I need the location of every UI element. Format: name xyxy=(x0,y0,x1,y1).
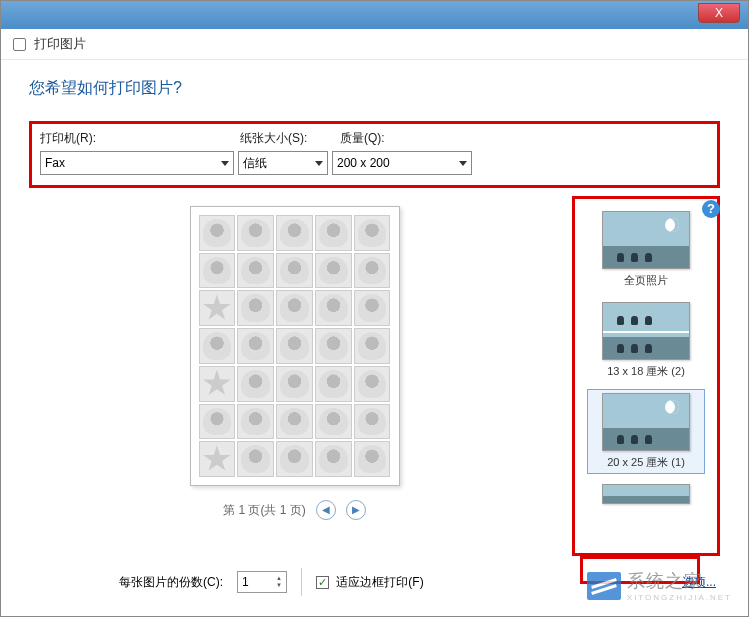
preview-thumb xyxy=(199,404,236,440)
preview-column: 第 1 页(共 1 页) ◀ ▶ xyxy=(29,196,560,556)
paper-value: 信纸 xyxy=(243,155,267,172)
next-page-button[interactable]: ▶ xyxy=(346,500,366,520)
print-settings-highlight: 打印机(R): 纸张大小(S): 质量(Q): Fax 信纸 200 x 200 xyxy=(29,121,720,188)
preview-thumb xyxy=(199,290,236,326)
chevron-down-icon xyxy=(221,161,229,166)
preview-thumb xyxy=(354,290,391,326)
preview-thumb xyxy=(276,404,313,440)
preview-thumb xyxy=(354,366,391,402)
printer-combobox[interactable]: Fax xyxy=(40,151,234,175)
separator xyxy=(301,568,302,596)
page-navigator: 第 1 页(共 1 页) ◀ ▶ xyxy=(29,500,560,520)
watermark: 系统之家 XITONGZHIJIA.NET xyxy=(587,569,732,602)
preview-thumb xyxy=(315,328,352,364)
preview-thumb xyxy=(199,328,236,364)
watermark-text: 系统之家 xyxy=(627,569,732,593)
preview-thumb xyxy=(199,253,236,289)
page-info-text: 第 1 页(共 1 页) xyxy=(223,502,306,519)
preview-thumb xyxy=(315,441,352,477)
copies-value: 1 xyxy=(242,575,249,589)
dialog-header: 打印图片 xyxy=(1,29,748,60)
fit-frame-label: 适应边框打印(F) xyxy=(336,575,423,589)
fit-frame-checkbox[interactable]: ✓ 适应边框打印(F) xyxy=(316,574,424,591)
preview-thumb xyxy=(354,404,391,440)
preview-thumb xyxy=(276,441,313,477)
printer-value: Fax xyxy=(45,156,65,170)
preview-thumb xyxy=(354,253,391,289)
copies-spinner[interactable]: 1 ▲▼ xyxy=(237,571,287,593)
spinner-arrows-icon: ▲▼ xyxy=(276,575,282,589)
preview-thumb xyxy=(237,290,274,326)
preview-thumb xyxy=(315,215,352,251)
preview-thumb xyxy=(276,253,313,289)
prev-page-button[interactable]: ◀ xyxy=(316,500,336,520)
chevron-down-icon xyxy=(315,161,323,166)
preview-thumb xyxy=(199,215,236,251)
preview-thumb xyxy=(237,441,274,477)
preview-thumb xyxy=(354,328,391,364)
header-title: 打印图片 xyxy=(34,36,86,51)
close-button[interactable]: X xyxy=(698,3,740,23)
paper-label: 纸张大小(S): xyxy=(240,130,340,147)
preview-thumb xyxy=(354,441,391,477)
layout-20x25[interactable]: 20 x 25 厘米 (1) xyxy=(587,389,705,474)
copies-label: 每张图片的份数(C): xyxy=(119,574,223,591)
preview-thumb xyxy=(237,328,274,364)
preview-thumb xyxy=(199,366,236,402)
watermark-sub: XITONGZHIJIA.NET xyxy=(627,593,732,602)
help-icon[interactable]: ? xyxy=(702,200,720,218)
preview-thumb xyxy=(276,366,313,402)
quality-label: 质量(Q): xyxy=(340,130,480,147)
titlebar: X xyxy=(1,1,748,29)
layouts-list[interactable]: 全页照片 13 x 18 厘米 (2) 20 x 25 厘米 (1) xyxy=(579,201,713,551)
watermark-logo-icon xyxy=(587,572,621,600)
layout-label: 20 x 25 厘米 (1) xyxy=(591,455,701,470)
layout-13x18[interactable]: 13 x 18 厘米 (2) xyxy=(587,298,705,383)
layout-full-page[interactable]: 全页照片 xyxy=(587,207,705,292)
preview-thumb xyxy=(315,404,352,440)
checkbox-icon: ✓ xyxy=(316,576,329,589)
prompt-text: 您希望如何打印图片? xyxy=(29,78,720,99)
layout-preview-icon xyxy=(602,302,690,360)
preview-thumb xyxy=(237,215,274,251)
quality-combobox[interactable]: 200 x 200 xyxy=(332,151,472,175)
preview-thumb xyxy=(354,215,391,251)
preview-thumb xyxy=(276,328,313,364)
chevron-down-icon xyxy=(459,161,467,166)
preview-page xyxy=(190,206,400,486)
layout-preview-icon xyxy=(602,393,690,451)
preview-thumb xyxy=(237,404,274,440)
quality-value: 200 x 200 xyxy=(337,156,390,170)
layout-preview-icon xyxy=(602,211,690,269)
layout-label: 13 x 18 厘米 (2) xyxy=(591,364,701,379)
layout-next[interactable] xyxy=(587,480,705,512)
preview-thumb xyxy=(276,290,313,326)
layouts-highlight: 全页照片 13 x 18 厘米 (2) 20 x 25 厘米 (1) xyxy=(572,196,720,556)
preview-thumb xyxy=(315,366,352,402)
print-icon xyxy=(13,38,26,51)
print-dialog: X 打印图片 您希望如何打印图片? 打印机(R): 纸张大小(S): 质量(Q)… xyxy=(0,0,749,617)
preview-thumb xyxy=(315,290,352,326)
preview-thumb xyxy=(199,441,236,477)
layout-preview-icon xyxy=(602,484,690,504)
preview-thumb xyxy=(276,215,313,251)
printer-label: 打印机(R): xyxy=(40,130,240,147)
preview-thumb xyxy=(237,253,274,289)
paper-combobox[interactable]: 信纸 xyxy=(238,151,328,175)
layout-label: 全页照片 xyxy=(591,273,701,288)
preview-thumb xyxy=(315,253,352,289)
preview-thumb xyxy=(237,366,274,402)
